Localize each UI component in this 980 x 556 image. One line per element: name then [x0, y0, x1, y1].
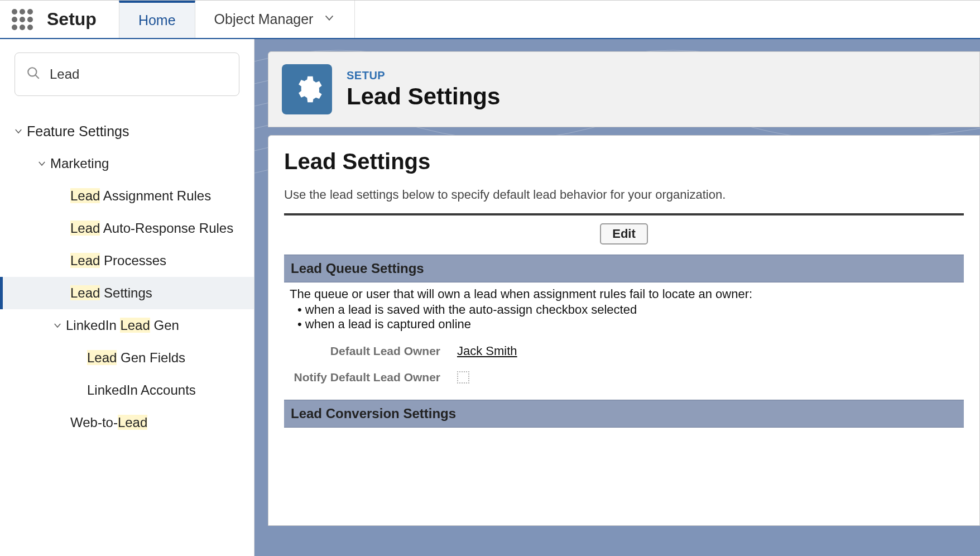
- tree-node-feature-settings[interactable]: Feature Settings: [0, 115, 254, 147]
- tree-item-lead-processes[interactable]: Lead Processes: [0, 245, 254, 277]
- tree-label: Lead Assignment Rules: [70, 188, 211, 204]
- main-content: SETUP Lead Settings Lead Settings Use th…: [254, 39, 980, 556]
- queue-bullet: when a lead is captured online: [297, 317, 958, 332]
- tree-label: Lead Auto-Response Rules: [70, 221, 233, 236]
- setup-sidebar: Feature Settings Marketing Lead Assignme…: [0, 39, 254, 556]
- breadcrumb: SETUP: [347, 69, 500, 82]
- tree-node-linkedin-lead-gen[interactable]: LinkedIn Lead Gen: [0, 309, 254, 342]
- waffle-icon: [12, 9, 33, 30]
- setup-tree: Feature Settings Marketing Lead Assignme…: [0, 115, 254, 439]
- section-header-lead-queue: Lead Queue Settings: [284, 255, 964, 282]
- quick-find-search[interactable]: [15, 52, 239, 96]
- nav-tabs: Home Object Manager: [119, 1, 356, 38]
- tree-label: Lead Gen Fields: [87, 350, 185, 366]
- tree-item-linkedin-accounts[interactable]: LinkedIn Accounts: [0, 374, 254, 406]
- section-body-lead-queue: The queue or user that will own a lead w…: [284, 282, 964, 400]
- default-lead-owner-link[interactable]: Jack Smith: [457, 344, 517, 358]
- tree-item-web-to-lead[interactable]: Web-to-Lead: [0, 406, 254, 439]
- content-description: Use the lead settings below to specify d…: [284, 188, 964, 202]
- tree-label: Lead Settings: [70, 285, 152, 301]
- quick-find-input[interactable]: [50, 66, 228, 82]
- app-title: Setup: [33, 1, 119, 38]
- top-bar: Setup Home Object Manager: [0, 0, 980, 39]
- tree-item-lead-assignment-rules[interactable]: Lead Assignment Rules: [0, 180, 254, 212]
- tree-label: Marketing: [50, 156, 109, 171]
- tree-item-lead-gen-fields[interactable]: Lead Gen Fields: [0, 342, 254, 374]
- queue-bullet: when a lead is saved with the auto-assig…: [297, 303, 958, 317]
- chevron-down-icon: [33, 159, 50, 169]
- search-icon: [26, 66, 41, 83]
- tree-label: LinkedIn Lead Gen: [66, 318, 179, 333]
- notify-checkbox-unchecked: [457, 371, 469, 384]
- app-launcher-button[interactable]: [0, 1, 33, 38]
- tree-label: Feature Settings: [27, 123, 129, 140]
- content-heading: Lead Settings: [284, 149, 964, 174]
- field-label: Default Lead Owner: [290, 344, 457, 358]
- queue-intro-text: The queue or user that will own a lead w…: [290, 287, 958, 301]
- tree-item-lead-settings[interactable]: Lead Settings: [0, 277, 254, 309]
- edit-button[interactable]: Edit: [600, 223, 648, 245]
- chevron-down-icon: [323, 11, 335, 27]
- svg-line-1: [35, 75, 39, 79]
- field-label: Notify Default Lead Owner: [290, 371, 457, 384]
- tab-object-manager[interactable]: Object Manager: [195, 1, 356, 38]
- tree-label: Lead Processes: [70, 253, 166, 269]
- content-card: Lead Settings Use the lead settings belo…: [268, 135, 980, 526]
- page-title: Lead Settings: [347, 83, 500, 110]
- chevron-down-icon: [10, 126, 27, 136]
- gear-icon: [291, 74, 323, 105]
- section-header-lead-conversion: Lead Conversion Settings: [284, 400, 964, 428]
- chevron-down-icon: [49, 320, 66, 330]
- page-header: SETUP Lead Settings: [268, 51, 980, 127]
- svg-point-0: [28, 68, 36, 76]
- page-header-icon-tile: [282, 64, 332, 114]
- tree-label: LinkedIn Accounts: [87, 382, 196, 398]
- tree-node-marketing[interactable]: Marketing: [0, 147, 254, 180]
- tab-home[interactable]: Home: [119, 1, 195, 38]
- tab-label: Home: [138, 12, 176, 28]
- field-default-lead-owner: Default Lead Owner Jack Smith: [290, 344, 958, 358]
- tree-item-lead-auto-response-rules[interactable]: Lead Auto-Response Rules: [0, 212, 254, 245]
- tab-label: Object Manager: [214, 11, 314, 27]
- settings-panel: Edit Lead Queue Settings The queue or us…: [284, 213, 964, 428]
- field-notify-default-lead-owner: Notify Default Lead Owner: [290, 371, 958, 384]
- tree-label: Web-to-Lead: [70, 415, 147, 430]
